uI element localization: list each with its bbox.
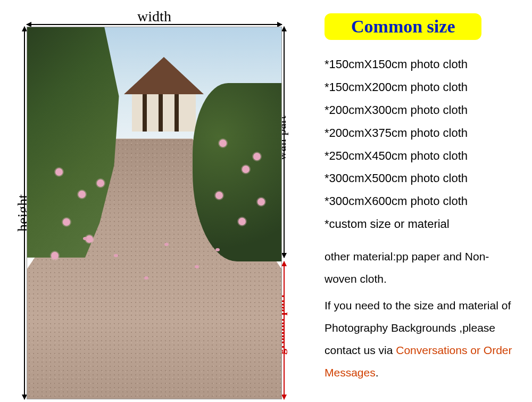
wall-part-arrow <box>284 27 285 258</box>
common-size-title: Common size <box>325 13 481 40</box>
size-item: *200cmX375cm photo cloth <box>325 122 521 145</box>
size-list: *150cmX150cm photo cloth *150cmX200cm ph… <box>325 53 521 236</box>
backdrop-photo <box>27 27 282 399</box>
contact-text-suffix: . <box>376 366 379 379</box>
width-label: width <box>137 8 171 25</box>
width-arrow <box>27 24 282 25</box>
size-item: *200cmX300cm photo cloth <box>325 99 521 122</box>
dimension-diagram: width height wall part ground part <box>27 27 282 399</box>
contact-note: If you need to the size and material of … <box>325 294 521 384</box>
flowers-right <box>200 120 276 250</box>
size-item: *150cmX200cm photo cloth <box>325 76 521 99</box>
diagram-panel: width height wall part ground part <box>0 0 298 402</box>
ground-part-arrow <box>284 261 285 399</box>
fallen-petals <box>53 232 256 288</box>
size-item: *300cmX500cm photo cloth <box>325 167 521 190</box>
size-item: *150cmX150cm photo cloth <box>325 53 521 76</box>
size-item: *250cmX450cm photo cloth <box>325 145 521 168</box>
size-item: *300cmX600cm photo cloth <box>325 190 521 213</box>
cottage-icon <box>124 57 204 132</box>
size-item: *custom size or material <box>325 213 521 236</box>
height-arrow <box>24 27 25 399</box>
material-note: other material:pp paper and Non-woven cl… <box>325 245 521 290</box>
info-panel: Common size *150cmX150cm photo cloth *15… <box>298 0 532 402</box>
